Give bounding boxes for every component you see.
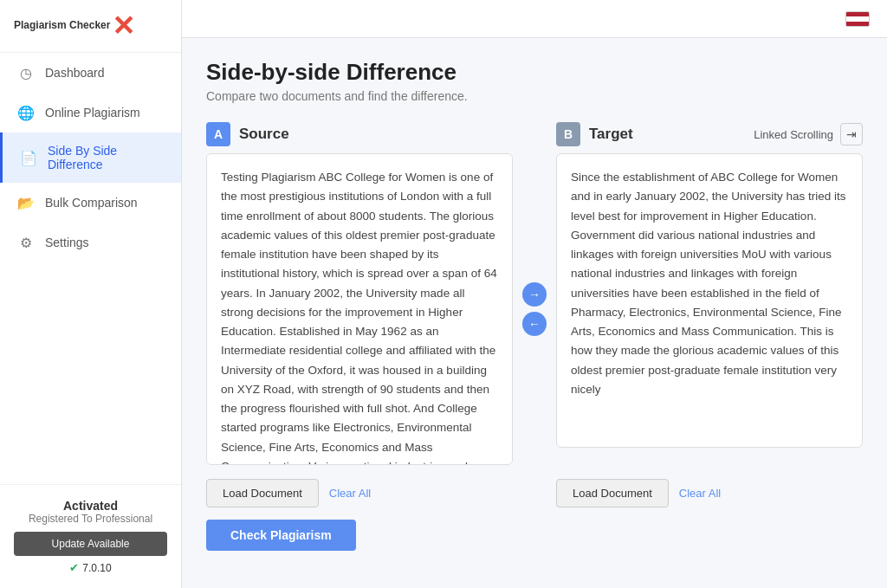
logo-text: Plagiarism Checker	[14, 20, 110, 31]
target-title: Target	[589, 126, 633, 143]
checkmark-icon: ✔	[69, 561, 79, 574]
version-label: ✔ 7.0.10	[14, 561, 167, 574]
target-clear-all-link[interactable]: Clear All	[679, 487, 721, 500]
linked-scrolling-area: Linked Scrolling ⇥	[754, 123, 863, 145]
main-content: Side-by-side Difference Compare two docu…	[182, 0, 887, 588]
source-load-document-button[interactable]: Load Document	[206, 479, 319, 507]
globe-icon: 🌐	[17, 104, 35, 121]
source-panel-wrapper: A Source Testing Plagiarism ABC College …	[206, 122, 513, 465]
logo-x-icon: ✕	[112, 12, 135, 40]
sidebar-item-label: Bulk Comparison	[45, 196, 138, 210]
source-badge: A	[206, 122, 230, 146]
panels-row: A Source Testing Plagiarism ABC College …	[206, 122, 863, 465]
check-plagiarism-button[interactable]: Check Plagiarism	[206, 520, 356, 551]
sidebar-item-label: Dashboard	[45, 66, 105, 80]
arrow-left-button[interactable]: ←	[522, 312, 547, 336]
target-document-panel[interactable]: Since the establishment of ABC College f…	[556, 153, 863, 448]
target-text: Since the establishment of ABC College f…	[571, 168, 848, 399]
linked-scrolling-label: Linked Scrolling	[754, 128, 833, 141]
activated-label: Activated	[14, 499, 167, 513]
sidebar-item-bulk-comparison[interactable]: 📂 Bulk Comparison	[0, 183, 181, 223]
version-text: 7.0.10	[82, 562, 111, 574]
arrow-right-button[interactable]: →	[522, 282, 547, 307]
sidebar: Plagiarism Checker ✕ ◷ Dashboard 🌐 Onlin…	[0, 0, 182, 588]
logo-icon: Plagiarism Checker ✕	[14, 12, 135, 40]
gear-icon: ⚙	[17, 234, 35, 251]
sidebar-item-dashboard[interactable]: ◷ Dashboard	[0, 53, 181, 93]
page-title: Side-by-side Difference	[206, 59, 863, 86]
folder-icon: 📂	[17, 194, 35, 211]
dashboard-icon: ◷	[17, 64, 35, 81]
source-panel-header: A Source	[206, 122, 513, 146]
sidebar-item-settings[interactable]: ⚙ Settings	[0, 223, 181, 262]
check-plagiarism-row: Check Plagiarism	[206, 520, 863, 551]
content-area: Side-by-side Difference Compare two docu…	[182, 38, 887, 588]
target-bottom-actions: Load Document Clear All	[556, 479, 863, 507]
target-load-document-button[interactable]: Load Document	[556, 479, 669, 507]
sidebar-bottom: Activated Registered To Professional Upd…	[0, 484, 181, 588]
source-clear-all-link[interactable]: Clear All	[329, 487, 371, 500]
arrow-left-icon: ←	[528, 317, 541, 331]
update-available-button[interactable]: Update Available	[14, 532, 167, 556]
target-panel-wrapper: B Target Linked Scrolling ⇥ Since the es…	[556, 122, 863, 465]
source-document-panel[interactable]: Testing Plagiarism ABC College for Women…	[206, 153, 513, 465]
arrow-area: → ←	[513, 122, 556, 465]
page-subtitle: Compare two documents and find the diffe…	[206, 89, 863, 103]
sidebar-item-label: Side By Side Difference	[48, 144, 164, 171]
registered-label: Registered To Professional	[14, 513, 167, 525]
top-bar	[182, 0, 887, 38]
sidebar-nav: ◷ Dashboard 🌐 Online Plagiarism 📄 Side B…	[0, 53, 181, 262]
source-text: Testing Plagiarism ABC College for Women…	[221, 168, 498, 465]
source-title: Source	[239, 126, 289, 143]
flag-icon	[845, 11, 870, 27]
target-badge: B	[556, 122, 580, 146]
sidebar-item-label: Settings	[45, 236, 89, 249]
target-panel-header: B Target Linked Scrolling ⇥	[556, 122, 863, 146]
document-icon: 📄	[20, 149, 37, 166]
bottom-row: Load Document Clear All Load Document Cl…	[206, 479, 863, 507]
linked-scroll-button[interactable]: ⇥	[840, 123, 863, 145]
source-bottom-actions: Load Document Clear All	[206, 479, 513, 507]
sidebar-item-side-by-side[interactable]: 📄 Side By Side Difference	[0, 132, 181, 183]
logo-area: Plagiarism Checker ✕	[0, 0, 181, 53]
sidebar-item-online-plagiarism[interactable]: 🌐 Online Plagiarism	[0, 93, 181, 132]
sidebar-item-label: Online Plagiarism	[45, 106, 140, 120]
arrow-right-icon: →	[528, 288, 541, 301]
